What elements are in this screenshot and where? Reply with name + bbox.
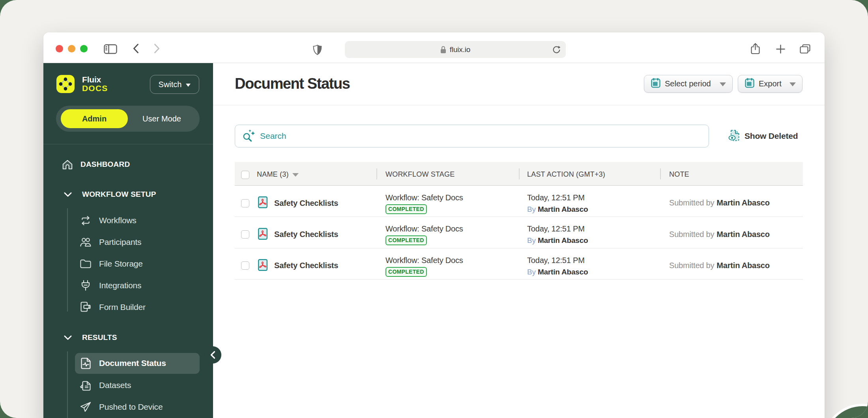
sidebar-item-pushed-to-device[interactable]: Pushed to Device [43,399,213,415]
sidebar-item-workflows[interactable]: Workflows [43,213,213,228]
calendar-icon [651,78,660,90]
sidebar-item-label: Datasets [99,381,131,390]
column-header-workflow-stage[interactable]: WORKFLOW STAGE [385,170,455,179]
tab-overview-icon[interactable] [800,44,810,55]
cell-note: Submitted by Martin Abasco [660,186,803,216]
sidebar-collapse-button[interactable] [204,346,221,364]
row-checkbox[interactable] [241,261,249,270]
calendar-icon [745,78,754,90]
export-button[interactable]: Export [738,75,803,93]
cell-note: Submitted by Martin Abasco [660,217,803,248]
chevron-down-icon [64,190,72,198]
brand: Fluix DOCS [82,75,108,93]
documents-table: NAME (3) WORKFLOW STAGE LAST ACTION (GMT… [235,162,803,280]
participants-icon [80,237,91,248]
url-bar[interactable]: fluix.io [345,41,566,58]
sidebar-item-document-status[interactable]: Document Status [43,355,213,371]
reload-icon[interactable] [552,45,561,56]
back-button[interactable] [133,43,139,55]
sidebar-item-integrations[interactable]: Integrations [43,278,213,293]
by-user-name: Martin Abasco [538,205,588,213]
minimize-window-button[interactable] [68,45,75,52]
chevron-down-icon [186,84,191,87]
sidebar: Fluix DOCS Switch Admin User Mode [43,63,213,418]
cell-workflow-stage: Workflow: Safety Docs COMPLETED [376,217,519,248]
paper-plane-icon [80,401,91,412]
status-badge: COMPLETED [385,235,427,245]
chevron-down-icon [64,334,72,341]
sidebar-item-label: DASHBOARD [80,160,130,169]
workflow-name: Workflow: Safety Docs [385,192,519,203]
table-header: NAME (3) WORKFLOW STAGE LAST ACTION (GMT… [235,162,803,186]
sidebar-item-datasets[interactable]: Datasets [43,377,213,393]
select-period-button[interactable]: Select period [644,75,733,93]
user-mode-tab[interactable]: User Mode [128,109,196,128]
cell-workflow-stage: Workflow: Safety Docs COMPLETED [376,186,519,216]
chevron-down-icon [789,82,796,86]
fluix-logo[interactable] [56,75,75,93]
privacy-shield-icon[interactable] [313,45,322,57]
note-user-name: Martin Abasco [716,261,769,270]
note-prefix: Submitted by [669,198,714,207]
chat-bubble-button[interactable] [823,404,868,418]
search-input[interactable]: Search [235,125,709,147]
export-label: Export [759,79,782,88]
sidebar-item-dashboard[interactable]: DASHBOARD [43,157,213,172]
pdf-file-icon [258,196,268,210]
note-user-name: Martin Abasco [716,198,769,207]
document-name[interactable]: Safety Checklists [274,199,338,208]
document-name[interactable]: Safety Checklists [274,230,338,239]
by-prefix: By [527,205,536,213]
switch-button[interactable]: Switch [150,75,199,94]
table-row: Safety Checklists Workflow: Safety Docs … [235,186,803,217]
note-prefix: Submitted by [669,230,714,239]
table-body: Safety Checklists Workflow: Safety Docs … [235,186,803,280]
mode-toggle: Admin User Mode [56,106,200,132]
sidebar-item-file-storage[interactable]: File Storage [43,256,213,272]
workflows-icon [80,215,91,226]
show-deleted-label: Show Deleted [745,131,798,141]
cell-note: Submitted by Martin Abasco [660,248,803,279]
datasets-icon [80,380,91,391]
sort-descending-icon[interactable] [292,173,299,177]
cell-workflow-stage: Workflow: Safety Docs COMPLETED [376,248,519,279]
page-header: Document Status [213,63,825,105]
close-window-button[interactable] [56,45,63,52]
column-header-note[interactable]: NOTE [669,170,689,179]
sidebar-section-workflow-setup[interactable]: WORKFLOW SETUP [43,187,213,202]
search-sparkle-icon [243,129,255,144]
document-name[interactable]: Safety Checklists [274,261,338,270]
note-prefix: Submitted by [669,261,714,270]
switch-label: Switch [159,80,182,89]
document-status-icon [80,358,91,369]
column-header-last-action[interactable]: LAST ACTION (GMT+3) [527,170,605,179]
status-badge: COMPLETED [385,204,427,214]
forward-button[interactable] [154,43,160,55]
sidebar-toggle-icon[interactable] [104,44,117,56]
show-deleted-toggle[interactable]: Show Deleted [728,125,798,147]
select-all-checkbox[interactable] [241,171,249,179]
new-tab-icon[interactable] [776,45,785,55]
column-header-name[interactable]: NAME (3) [257,170,289,179]
main-content: Document Status Select period [213,63,825,418]
row-checkbox[interactable] [241,199,249,207]
by-user-name: Martin Abasco [538,236,588,244]
lock-icon [440,46,446,54]
show-deleted-icon [728,129,740,143]
sidebar-item-form-builder[interactable]: Form Builder [43,299,213,315]
by-prefix: By [527,268,536,276]
pdf-file-icon [258,259,268,272]
last-action-time: Today, 12:51 PM [527,224,660,234]
zoom-window-button[interactable] [80,45,88,52]
browser-window: fluix.io [43,32,825,418]
row-checkbox[interactable] [241,230,249,239]
brand-product: DOCS [82,84,108,93]
workflow-name: Workflow: Safety Docs [385,224,519,234]
share-icon[interactable] [751,43,760,56]
sidebar-section-results[interactable]: RESULTS [43,330,213,345]
last-action-time: Today, 12:51 PM [527,255,660,265]
sidebar-item-participants[interactable]: Participants [43,234,213,250]
search-placeholder: Search [260,131,286,141]
admin-mode-tab[interactable]: Admin [61,109,128,128]
url-text: fluix.io [450,45,470,54]
